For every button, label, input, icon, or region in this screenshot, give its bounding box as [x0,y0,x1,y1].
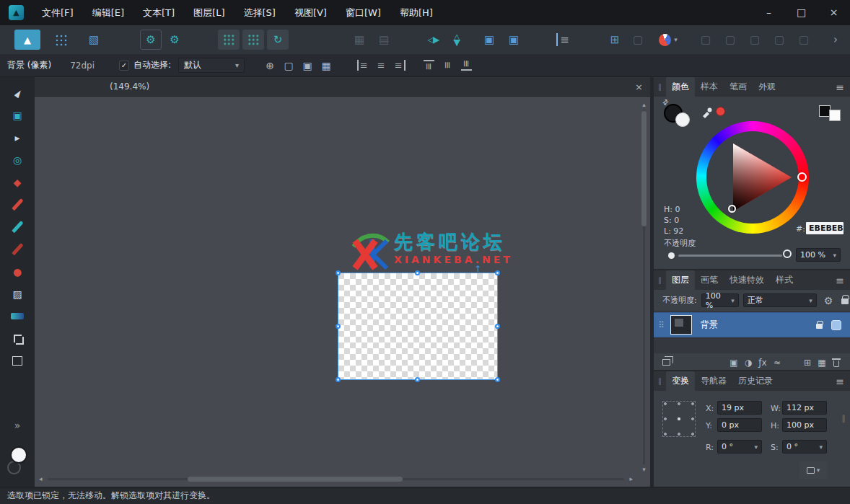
selected-pixel-layer[interactable]: ↑ [338,273,498,380]
hardware-accel-button[interactable]: ▤ [374,30,394,50]
selection-brush-tool[interactable]: ▣ [7,105,27,125]
panel-grip-icon[interactable]: ∥ [658,377,662,385]
align-top-button[interactable]: ≡ [419,58,438,74]
layer-thumbnail[interactable] [670,315,692,335]
rotate-snap-button[interactable]: ↻ [267,30,289,50]
tab-close-icon[interactable]: × [635,81,643,92]
maximize-button[interactable]: □ [785,0,818,25]
eyedropper-icon[interactable] [701,105,713,118]
tab-swatches[interactable]: 样本 [695,77,724,97]
rectangle-tool[interactable] [7,351,27,371]
insert-behind-button[interactable]: ▣ [479,30,499,50]
hue-marker[interactable] [797,172,807,182]
blend-mode-dropdown[interactable]: 正常 ▾ [743,293,817,307]
vector-crop-tool[interactable]: ◆ [7,172,27,192]
paint-brush-tool[interactable] [7,195,27,214]
layer-visibility-checkbox[interactable] [831,320,841,330]
insert-inside-button[interactable]: ▣ [504,30,524,50]
scroll-up-icon[interactable]: ▴ [640,101,648,108]
h-input[interactable]: 100 px [782,418,827,432]
hide-selection-button[interactable]: ▦ [317,58,336,74]
tab-color[interactable]: 颜色 [666,77,695,97]
w-input[interactable]: 112 px [782,401,827,415]
minimize-button[interactable]: – [753,0,785,25]
foreground-colour-swatch[interactable] [10,446,27,464]
saturation-triangle[interactable] [696,121,809,234]
lock-layer-icon[interactable] [841,299,849,304]
tab-appearance[interactable]: 外观 [753,77,781,97]
menu-select[interactable]: 选择[S] [234,0,284,25]
resize-handle-bottom-right[interactable] [495,377,500,382]
gradient-tool[interactable] [7,306,27,326]
flip-vertical-button[interactable]: ◁▶ [447,30,468,50]
auto-select-dropdown[interactable]: 默认 ▾ [178,58,245,73]
snapping-toggle-button[interactable] [218,30,240,50]
auto-select-checkbox[interactable]: ✓ [119,61,129,71]
scroll-down-icon[interactable]: ▾ [640,466,648,473]
hex-input[interactable]: EBEBEB [806,222,844,234]
rotation-input[interactable]: 0 ° ▾ [717,440,762,454]
anchor-point-selector[interactable] [662,401,696,437]
crop-tool[interactable] [7,329,27,348]
color-mode-button[interactable]: ▾ [658,30,678,50]
menu-view[interactable]: 视图[V] [285,0,336,25]
tab-brushes[interactable]: 画笔 [695,270,724,290]
tab-layers[interactable]: 图层 [666,270,695,290]
delete-layer-icon[interactable] [829,355,844,370]
hscroll-thumb[interactable] [188,477,403,482]
panel-grip-icon[interactable]: ∥ [658,83,662,91]
menu-text[interactable]: 文本[T] [133,0,184,25]
shear-input[interactable]: 0 ° ▾ [782,440,827,454]
panel-menu-icon[interactable]: ≡ [836,81,844,93]
resize-handle-bottom[interactable] [415,377,420,382]
layer-row-background[interactable]: ⠿ 背景 [654,312,850,337]
pixel-grid-toggle-button[interactable] [242,30,264,50]
node-tool[interactable]: ▸ [7,128,27,147]
pattern-tool[interactable]: ▨ [7,284,27,304]
menu-window[interactable]: 窗口[W] [336,0,390,25]
mask-layer-icon[interactable]: ▣ [727,355,741,370]
vertical-scrollbar[interactable]: ▴ ▾ [640,101,648,473]
scroll-right-icon[interactable]: ▸ [629,475,633,483]
menu-edit[interactable]: 编辑[E] [83,0,133,25]
vscroll-thumb[interactable] [641,111,647,226]
tab-transform[interactable]: 变换 [666,371,695,391]
resize-handle-right[interactable] [495,324,500,329]
resize-handle-left[interactable] [336,324,341,329]
blend-options-gear-icon[interactable]: ⚙ [824,295,833,306]
tab-styles[interactable]: 样式 [770,270,799,290]
layer-effects-icon[interactable]: ƒx [755,355,770,370]
resize-handle-top[interactable] [415,270,420,275]
tab-live-effects[interactable]: 快速特效 [724,270,770,290]
opacity-dropdown[interactable]: 100 % ▾ [796,248,841,262]
export-persona-button[interactable]: ▧ [84,30,104,50]
layer-locked-icon[interactable] [816,324,823,329]
cycle-selection-box-button[interactable]: ⊕ [260,58,279,74]
toolbar-overflow-button[interactable]: › [825,30,846,50]
scroll-left-icon[interactable]: ◂ [39,475,43,483]
alignment-button[interactable]: ≡ [553,30,573,50]
layers-opacity-dropdown[interactable]: 100 % ▾ [701,293,739,307]
transform-origin-button[interactable]: ▣ [298,58,317,74]
opacity-slider-thumb[interactable] [783,249,792,258]
close-button[interactable]: × [818,0,850,25]
fill-swatch[interactable] [829,110,841,121]
saturation-lightness-marker[interactable] [728,205,736,213]
menu-file[interactable]: 文件[F] [32,0,83,25]
adjustment-layer-icon[interactable]: ◑ [741,355,755,370]
panel-grip-icon[interactable]: ∥ [658,276,662,284]
align-middle-button[interactable]: ≡ [438,58,457,74]
more-tools-button[interactable]: » [7,415,27,435]
resize-handle-bottom-left[interactable] [336,377,341,382]
opacity-slider-track[interactable] [678,255,782,257]
align-left-button[interactable]: ≡ [353,58,372,74]
menu-help[interactable]: 帮助[H] [390,0,442,25]
personas-grid-button[interactable] [51,30,71,50]
order-button[interactable]: ▢ [628,30,648,50]
document-viewport[interactable]: 先客吧论坛 XIANKEBA.NET ↑ ▴ ▾ ◂ ▸ [35,97,650,487]
rotate-tool[interactable]: ◎ [7,150,27,169]
layer-drag-dots-icon[interactable]: ⠿ [658,320,665,330]
horizontal-scrollbar[interactable]: ◂ ▸ [39,475,633,483]
live-filter-icon[interactable]: ≈ [770,355,784,370]
photo-persona-button[interactable]: ▲ [14,30,40,50]
